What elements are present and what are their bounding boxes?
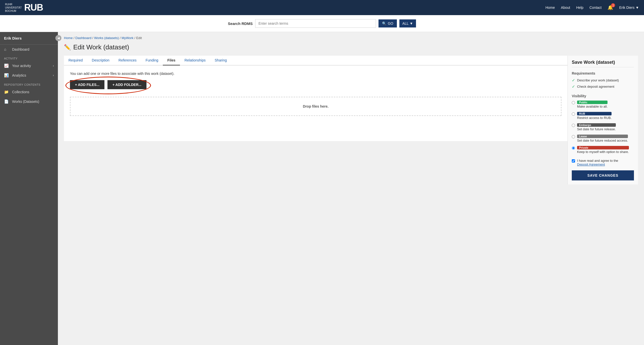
visibility-heading: Visibility (572, 94, 634, 98)
sidebar-user: Erik Diers (0, 32, 58, 45)
vis-radio-embargo[interactable] (572, 124, 575, 127)
edit-pencil-icon: ✏️ (64, 44, 71, 51)
sidebar-item-label: Collections (12, 90, 29, 94)
top-nav: RUHRUNIVERSITÄTBOCHUM RUB Home About Hel… (0, 0, 644, 15)
logo-rub: RUB (24, 2, 43, 13)
vis-desc-embargo: Set date for future release. (577, 127, 616, 131)
user-dropdown-icon: ▼ (635, 6, 639, 10)
sidebar-item-your-activity[interactable]: 📈 Your activity › (0, 61, 58, 71)
main-panel: You can add one or more files to associa… (64, 66, 567, 141)
vis-badge-rub: RUB (577, 112, 612, 115)
vis-desc-private: Keep to myself with option to share. (577, 150, 629, 154)
works-icon: 📄 (4, 99, 10, 104)
search-input[interactable] (255, 19, 376, 28)
agreement-section: I have read and agree to the Deposit Agr… (572, 159, 634, 166)
dashboard-icon: ⌂ (4, 47, 10, 51)
logo-text-small: RUHRUNIVERSITÄTBOCHUM (5, 3, 22, 13)
page-title: ✏️ Edit Work (dataset) (64, 43, 638, 51)
sidebar-section-repository: REPOSITORY CONTENTS (0, 80, 58, 87)
requirement-1: ✓ Describe your work (dataset) (572, 78, 634, 83)
sidebar-item-collections[interactable]: 📁 Collections (0, 87, 58, 97)
nav-about[interactable]: About (561, 6, 570, 10)
notification-bell[interactable]: 🔔 1 (608, 5, 613, 10)
tab-funding[interactable]: Funding (141, 56, 163, 66)
vis-option-private: Private Keep to myself with option to sh… (572, 146, 634, 154)
nav-contact[interactable]: Contact (589, 6, 601, 10)
vis-desc-lease: Set date for future reduced access. (577, 139, 628, 142)
drop-zone-text: Drop files here. (303, 104, 329, 108)
vis-desc-public: Make available to all. (577, 105, 608, 108)
vis-radio-private[interactable] (572, 146, 575, 150)
sidebar-item-label: Your activity (12, 64, 31, 68)
tabs: Required Description References Funding … (64, 56, 567, 66)
files-description: You can add one or more files to associa… (70, 72, 561, 76)
tab-relationships[interactable]: Relationships (180, 56, 210, 66)
vis-radio-public[interactable] (572, 101, 575, 104)
sidebar-item-label: Analytics (12, 73, 26, 77)
sidebar-collapse-button[interactable]: ◀ (55, 35, 61, 41)
content-area: Home / Dashboard / Works (datasets) / My… (58, 32, 644, 345)
search-all-button[interactable]: ALL ▼ (399, 19, 416, 27)
search-icon: 🔍 (382, 21, 386, 25)
add-folder-button[interactable]: + ADD FOLDER... (107, 80, 146, 89)
sidebar-section-activity: ACTIVITY (0, 54, 58, 61)
vis-option-embargo: Embargo Set date for future release. (572, 123, 634, 131)
user-menu[interactable]: Erik Diers ▼ (619, 6, 639, 10)
breadcrumb-dashboard[interactable]: Dashboard (75, 36, 92, 40)
sidebar-item-analytics[interactable]: 📊 Analytics › (0, 71, 58, 80)
requirement-text: Check deposit agreement (577, 85, 614, 88)
save-panel-title: Save Work (dataset) (572, 60, 634, 67)
vis-badge-public: Public (577, 101, 608, 104)
tab-description[interactable]: Description (87, 56, 114, 66)
main-layout: Erik Diers ◀ ⌂ Dashboard ACTIVITY 📈 Your… (0, 32, 644, 345)
search-go-button[interactable]: 🔍 GO (378, 19, 397, 27)
requirement-text: Describe your work (dataset) (577, 78, 619, 82)
sidebar: Erik Diers ◀ ⌂ Dashboard ACTIVITY 📈 Your… (0, 32, 58, 345)
logo-area: RUHRUNIVERSITÄTBOCHUM RUB (5, 2, 43, 13)
add-files-button[interactable]: + ADD FILES... (70, 80, 104, 89)
sidebar-item-works-datasets[interactable]: 📄 Works (Datasets) (0, 97, 58, 106)
agreement-text: I have read and agree to the (577, 159, 618, 163)
search-bar: Search RDMS 🔍 GO ALL ▼ (0, 15, 644, 32)
notification-badge: 1 (611, 3, 615, 7)
top-nav-links: Home About Help Contact 🔔 1 Erik Diers ▼ (545, 5, 639, 10)
search-label: Search RDMS (228, 21, 253, 26)
vis-radio-rub[interactable] (572, 112, 575, 116)
requirement-2: ✓ Check deposit agreement (572, 84, 634, 89)
your-activity-icon: 📈 (4, 64, 10, 68)
breadcrumb-edit: Edit (136, 36, 142, 40)
vis-badge-lease: Lease (577, 135, 628, 138)
two-column-layout: Required Description References Funding … (64, 56, 638, 184)
breadcrumb: Home / Dashboard / Works (datasets) / My… (64, 36, 638, 40)
vis-badge-embargo: Embargo (577, 123, 616, 127)
vis-radio-lease[interactable] (572, 135, 575, 138)
left-column: Required Description References Funding … (64, 56, 567, 184)
breadcrumb-home[interactable]: Home (64, 36, 73, 40)
sidebar-item-dashboard[interactable]: ⌂ Dashboard (0, 45, 58, 54)
collections-icon: 📁 (4, 90, 10, 94)
tab-sharing[interactable]: Sharing (210, 56, 231, 66)
vis-option-public: Public Make available to all. (572, 101, 634, 108)
agreement-checkbox[interactable] (572, 159, 575, 163)
chevron-down-icon: ▼ (410, 21, 413, 25)
chevron-right-icon: › (53, 64, 54, 68)
vis-badge-private: Private (577, 146, 629, 149)
breadcrumb-mywork[interactable]: MyWork (122, 36, 133, 40)
drop-zone[interactable]: Drop files here. (70, 97, 561, 116)
sidebar-item-label: Works (Datasets) (12, 100, 39, 104)
deposit-agreement-link[interactable]: Deposit Agreement (577, 163, 605, 166)
check-icon: ✓ (572, 84, 575, 89)
chevron-right-icon: › (53, 74, 54, 77)
visibility-section: Visibility Public Make available to all.… (572, 94, 634, 154)
breadcrumb-works[interactable]: Works (datasets) (94, 36, 119, 40)
right-panel: Save Work (dataset) Requirements ✓ Descr… (567, 56, 638, 184)
tab-files[interactable]: Files (163, 56, 180, 66)
tab-references[interactable]: References (114, 56, 141, 66)
tab-required[interactable]: Required (64, 56, 87, 66)
vis-option-lease: Lease Set date for future reduced access… (572, 135, 634, 142)
save-changes-button[interactable]: SAVE CHANGES (572, 170, 634, 180)
check-icon: ✓ (572, 78, 575, 83)
nav-home[interactable]: Home (545, 6, 555, 10)
analytics-icon: 📊 (4, 73, 10, 78)
nav-help[interactable]: Help (576, 6, 583, 10)
